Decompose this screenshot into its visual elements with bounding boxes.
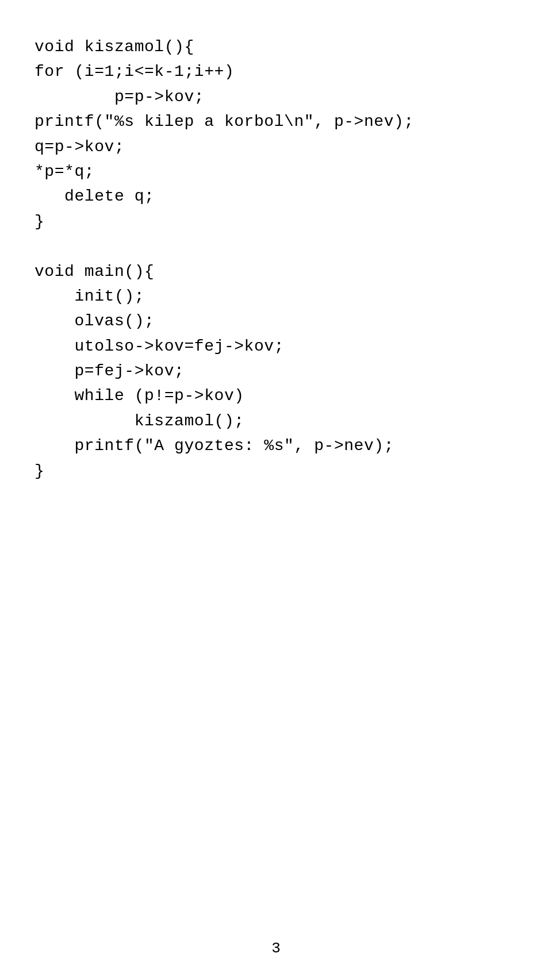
page: void kiszamol(){ for (i=1;i<=k-1;i++) p=… xyxy=(0,0,552,980)
code-content: void kiszamol(){ for (i=1;i<=k-1;i++) p=… xyxy=(34,34,518,483)
page-number: 3 xyxy=(271,940,281,957)
